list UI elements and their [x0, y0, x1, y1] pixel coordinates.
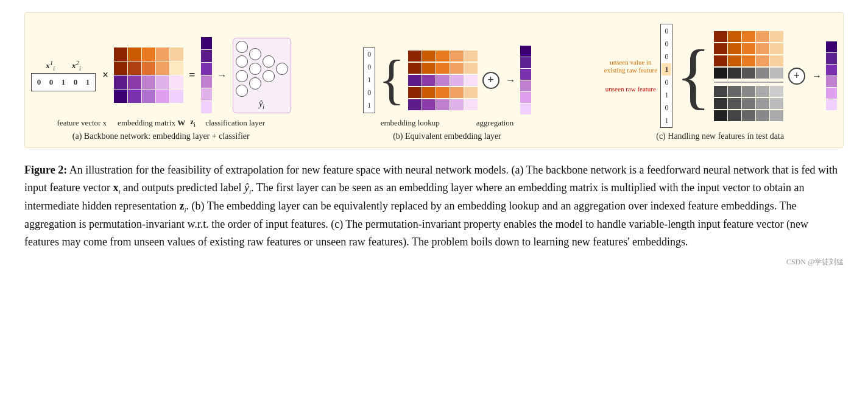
lc	[422, 99, 436, 110]
lc	[436, 63, 450, 74]
nn-node	[236, 55, 248, 68]
agg-cell	[520, 46, 531, 57]
panel-b-labels: embedding lookup aggregation	[381, 118, 514, 128]
agg-cell-c	[826, 41, 837, 52]
lookup-row-1	[408, 63, 478, 74]
x1-label: x1i	[46, 59, 55, 72]
index-col-c: 0 0 0 1 0 1 0 1	[660, 24, 672, 128]
lc	[770, 55, 783, 66]
idx-b-1: 0	[364, 62, 374, 74]
unseen-raw-label: unseen raw feature	[603, 85, 658, 93]
panel-a-content: x1i x2i 0 0 1 0 1 ×	[31, 37, 291, 113]
nn-col-1	[236, 41, 248, 97]
lc	[728, 98, 741, 109]
idx-c-3: 1	[662, 63, 671, 76]
emb-cell	[142, 47, 155, 61]
z-cell	[201, 37, 212, 49]
onehot-cell-3: 0	[70, 76, 81, 89]
c-row-0	[714, 31, 783, 42]
lc	[714, 68, 727, 79]
agg-vector-c	[826, 41, 837, 110]
lc	[464, 99, 478, 110]
emb-cell	[170, 76, 183, 89]
panel-c-caption: (c) Handling new features in test data	[656, 132, 784, 141]
lookup-row-2	[408, 75, 478, 86]
lc	[714, 55, 727, 66]
brace-b: {	[378, 57, 404, 104]
arrow-b: →	[506, 75, 516, 86]
idx-b-2: 1	[364, 74, 374, 86]
arrow-nn: →	[217, 70, 227, 81]
onehot-cell-1: 0	[46, 76, 57, 89]
label-emb-lookup: embedding lookup	[381, 118, 440, 128]
nn-node	[249, 77, 261, 90]
plus-aggregation-c: +	[788, 68, 805, 85]
z-cell	[201, 101, 212, 113]
label-feature-vector: feature vector x	[57, 118, 107, 128]
lc	[714, 31, 727, 42]
lc	[756, 43, 769, 54]
panel-a-labels: feature vector x embedding matrix W zi c…	[57, 117, 265, 128]
emb-cell	[128, 62, 141, 75]
lc	[436, 75, 450, 86]
agg-cell	[520, 92, 531, 103]
plus-aggregation-b: +	[482, 72, 499, 89]
emb-cell	[156, 62, 169, 75]
lc	[770, 86, 783, 97]
c-bottom-rows	[714, 86, 783, 121]
idx-b-0: 0	[364, 49, 374, 61]
lc	[742, 110, 755, 121]
figure-num: Figure 2:	[24, 164, 67, 176]
lc	[464, 75, 478, 86]
c-row-gray-2	[714, 110, 783, 121]
emb-cell	[128, 76, 141, 89]
lc	[450, 99, 464, 110]
agg-cell	[520, 57, 531, 68]
lc	[728, 86, 741, 97]
emb-cell	[142, 62, 155, 75]
panel-a-caption: (a) Backbone network: embedding layer + …	[72, 132, 250, 141]
lc	[408, 51, 422, 62]
emb-cell	[114, 62, 127, 75]
lookup-rows	[408, 51, 478, 110]
panel-a: x1i x2i 0 0 1 0 1 ×	[31, 37, 291, 141]
lc	[714, 43, 727, 54]
lc	[756, 55, 769, 66]
idx-b-4: 1	[364, 100, 374, 112]
agg-cell-c	[826, 99, 837, 110]
emb-cell	[114, 76, 127, 89]
lc	[728, 43, 741, 54]
idx-c-6: 0	[662, 102, 671, 114]
emb-cell	[128, 90, 141, 103]
panel-b-caption: (b) Equivalent embedding layer	[393, 132, 501, 141]
agg-cell	[520, 104, 531, 114]
lc	[464, 63, 478, 74]
nn-col-3	[263, 55, 275, 82]
idx-c-1: 0	[662, 38, 671, 50]
z-vector	[201, 37, 212, 113]
agg-cell-c	[826, 88, 837, 99]
lc	[770, 68, 783, 79]
emb-cell	[156, 90, 169, 103]
agg-cell	[520, 69, 531, 80]
lc	[422, 51, 436, 62]
c-top-rows	[714, 31, 783, 79]
lc	[770, 110, 783, 121]
unseen-value-label: unseen value in existing raw feature	[603, 58, 658, 74]
lc	[436, 87, 450, 98]
label-emb-matrix: embedding matrix W	[118, 118, 185, 128]
panel-b: 0 0 1 0 1 {	[363, 46, 531, 141]
emb-cell	[142, 76, 155, 89]
onehot-vector: 0 0 1 0 1	[31, 73, 96, 91]
nn-node	[249, 48, 261, 60]
agg-cell	[520, 80, 531, 91]
lc	[756, 31, 769, 42]
agg-cell-c	[826, 76, 837, 87]
lc	[408, 75, 422, 86]
lc	[756, 98, 769, 109]
x2-label: x2i	[72, 59, 81, 72]
lc	[436, 99, 450, 110]
lc	[464, 87, 478, 98]
lc	[770, 43, 783, 54]
nn-layers	[236, 41, 288, 97]
